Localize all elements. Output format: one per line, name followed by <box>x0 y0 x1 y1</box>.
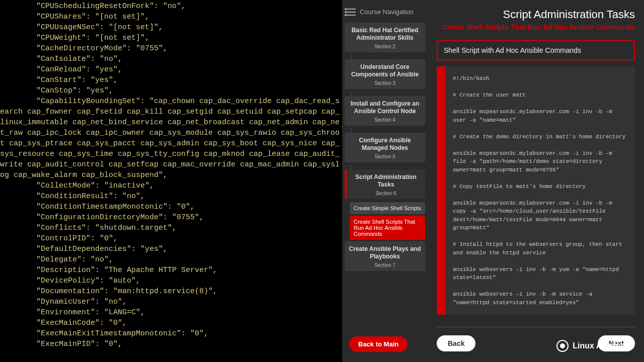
logo-icon <box>556 340 569 352</box>
nav-header-label: Course Navigation <box>360 8 414 16</box>
brand-label: Linux Academy <box>573 341 632 350</box>
lesson-content: Script Administration Tasks Create Shell… <box>428 0 644 362</box>
page-subtitle: Create Shell Scripts That Run Ad Hoc Ans… <box>437 23 635 31</box>
divider <box>437 327 635 327</box>
section-basic-rhca[interactable]: Basic Red Hat Certified Administrator Sk… <box>345 23 425 52</box>
section-managed-nodes[interactable]: Configure Ansible Managed Nodes Section … <box>345 133 425 162</box>
course-panel: Course Navigation Basic Red Hat Certifie… <box>342 0 644 362</box>
back-button[interactable]: Back <box>437 335 475 351</box>
section-understand-ansible[interactable]: Understand Core Components of Ansible Se… <box>345 59 425 89</box>
course-navigation: Course Navigation Basic Red Hat Certifie… <box>342 0 428 362</box>
brand-logo: Linux Academy <box>556 340 632 352</box>
page-title: Script Administration Tasks <box>437 8 635 21</box>
section-plays-playbooks[interactable]: Create Ansible Plays and Playbooks Secti… <box>345 241 425 271</box>
section-install-configure[interactable]: Install and Configure an Ansible Control… <box>345 96 425 126</box>
subsection-adhoc-scripts[interactable]: Create Shell Scripts That Run Ad Hoc Ans… <box>350 216 425 240</box>
nav-header: Course Navigation <box>345 5 425 23</box>
code-content: #!/bin/bash # Create the user matt ansib… <box>446 66 635 315</box>
code-gutter <box>437 66 446 315</box>
lesson-header: Shell Script with Ad Hoc Ansible Command… <box>437 40 635 60</box>
section-script-admin[interactable]: Script Administration Tasks Section 6 <box>345 169 425 199</box>
subsection-simple-scripts[interactable]: Create Simple Shell Scripts <box>350 202 425 214</box>
back-to-main-button[interactable]: Back to Main <box>349 336 408 352</box>
code-block: #!/bin/bash # Create the user matt ansib… <box>437 66 635 315</box>
list-icon <box>347 9 356 16</box>
terminal-output: "CPUSchedulingResetOnFork": "no", "CPUSh… <box>0 0 342 362</box>
